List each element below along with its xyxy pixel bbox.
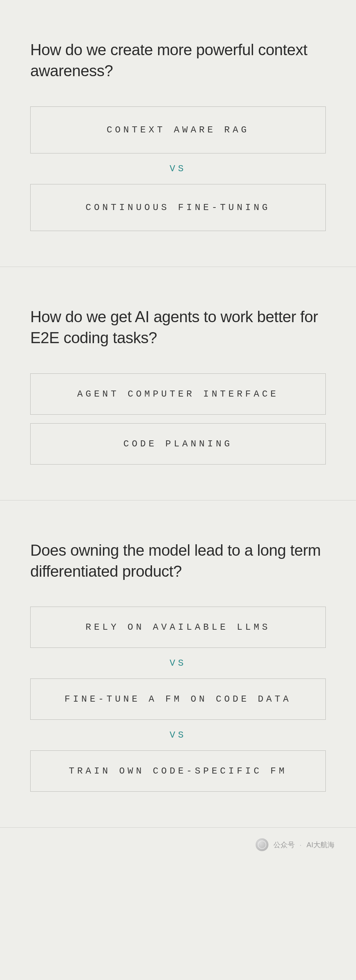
option-box: RELY ON AVAILABLE LLMS [30, 606, 326, 648]
option-box: CODE PLANNING [30, 423, 326, 465]
wechat-account-icon [256, 838, 269, 851]
option-box: TRAIN OWN CODE-SPECIFIC FM [30, 750, 326, 792]
footer-account-name: AI大航海 [307, 840, 335, 850]
question-heading: Does owning the model lead to a long ter… [30, 540, 326, 582]
spacer [30, 415, 326, 423]
option-box: CONTINUOUS FINE-TUNING [30, 184, 326, 231]
vs-separator: VS [30, 730, 326, 740]
option-box: FINE-TUNE A FM ON CODE DATA [30, 678, 326, 720]
option-box: CONTEXT AWARE RAG [30, 107, 326, 153]
section-ai-agents: How do we get AI agents to work better f… [0, 267, 356, 501]
option-box: AGENT COMPUTER INTERFACE [30, 374, 326, 415]
section-context-awareness: How do we create more powerful context a… [0, 0, 356, 267]
footer-watermark: 公众号 · AI大航海 [0, 828, 356, 865]
section-model-ownership: Does owning the model lead to a long ter… [0, 501, 356, 828]
question-heading: How do we create more powerful context a… [30, 39, 326, 81]
question-heading: How do we get AI agents to work better f… [30, 306, 326, 348]
vs-separator: VS [30, 163, 326, 174]
footer-prefix: 公众号 [273, 840, 295, 850]
vs-separator: VS [30, 658, 326, 668]
footer-separator: · [300, 841, 302, 849]
